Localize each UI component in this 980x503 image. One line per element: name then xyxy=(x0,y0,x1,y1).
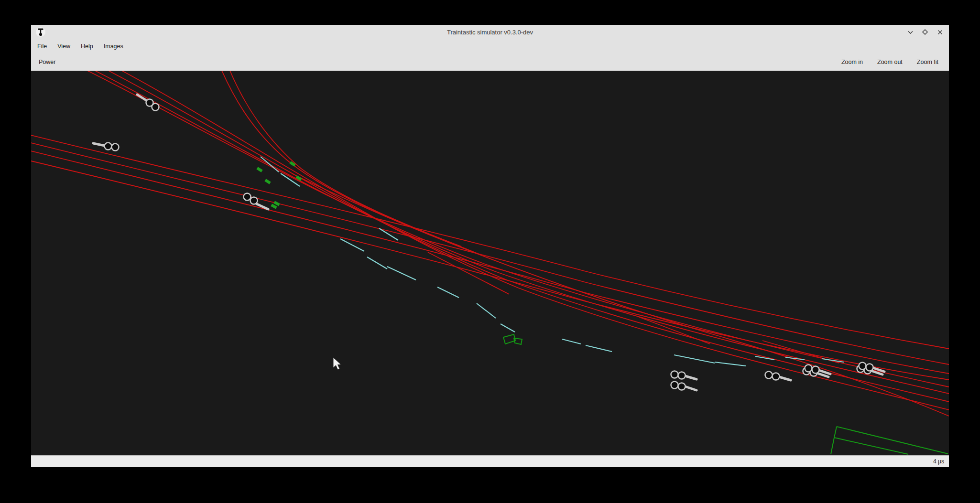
close-button[interactable] xyxy=(935,27,945,37)
signal-head xyxy=(866,364,873,371)
maximize-button[interactable] xyxy=(920,27,930,37)
zoom-in-button[interactable]: Zoom in xyxy=(839,56,865,68)
yard-outline xyxy=(503,334,522,344)
signal-head xyxy=(244,193,251,201)
power-button[interactable]: Power xyxy=(37,56,57,68)
signal-mast xyxy=(93,143,105,146)
signal-head xyxy=(671,371,678,378)
track-line xyxy=(222,71,461,246)
occupied-block-segment xyxy=(501,324,515,332)
minimize-button[interactable] xyxy=(905,27,915,37)
yard-outline xyxy=(831,427,948,454)
signal-head xyxy=(678,372,686,379)
signal-head xyxy=(765,372,773,379)
track-line xyxy=(31,135,949,349)
menu-view[interactable]: View xyxy=(52,41,76,52)
tool-bar: Power Zoom in Zoom out Zoom fit xyxy=(31,54,949,71)
mouse-cursor-icon xyxy=(333,357,341,370)
signal-head xyxy=(671,382,678,389)
signal-head xyxy=(859,363,866,370)
signal-head xyxy=(773,373,780,380)
occupied-block-segment xyxy=(340,239,364,251)
zoom-out-button[interactable]: Zoom out xyxy=(875,56,904,68)
signal-mast xyxy=(685,386,697,390)
signal-head xyxy=(678,383,686,390)
occupied-block-segment xyxy=(437,287,459,298)
signal-head xyxy=(112,144,119,151)
occupied-block-segment xyxy=(586,345,612,352)
diamond-icon xyxy=(922,29,928,35)
signal-head xyxy=(812,366,819,374)
signal-head xyxy=(105,143,112,150)
occupied-block-segment xyxy=(562,339,581,344)
track-line xyxy=(292,173,949,416)
window-title: Traintastic simulator v0.3.0-dev xyxy=(447,29,533,36)
traintastic-logo-icon xyxy=(35,26,46,38)
track-line xyxy=(31,161,949,380)
track-line xyxy=(31,151,949,374)
occupied-block-segment xyxy=(477,303,496,318)
track-line xyxy=(87,71,949,387)
signal-mast xyxy=(779,377,791,380)
simulation-time: 4 µs xyxy=(933,458,944,465)
track-line xyxy=(95,71,949,394)
menu-file[interactable]: File xyxy=(32,41,52,52)
occupied-block-segment xyxy=(367,257,387,269)
signal[interactable] xyxy=(93,143,119,151)
signal-head xyxy=(250,197,258,204)
signal[interactable] xyxy=(765,372,791,381)
occupied-block-segment xyxy=(387,267,416,280)
menu-bar: File View Help Images xyxy=(31,39,949,54)
menu-images[interactable]: Images xyxy=(98,41,129,52)
chevron-down-icon xyxy=(907,29,914,35)
track-line xyxy=(109,71,949,402)
app-window: Traintastic simulator v0.3.0-dev File Vi… xyxy=(31,25,949,467)
track-canvas[interactable] xyxy=(31,71,949,455)
close-icon xyxy=(937,29,943,35)
zoom-fit-button[interactable]: Zoom fit xyxy=(915,56,940,68)
title-bar[interactable]: Traintastic simulator v0.3.0-dev xyxy=(31,25,949,39)
status-bar: 4 µs xyxy=(31,455,949,467)
signal-head xyxy=(152,104,159,111)
occupied-block-segment xyxy=(715,362,746,366)
turnout-indicator[interactable] xyxy=(264,179,271,184)
track-svg xyxy=(31,71,949,455)
signal-mast xyxy=(685,376,697,379)
turnout-indicator[interactable] xyxy=(256,167,262,172)
track-line xyxy=(31,143,949,364)
menu-help[interactable]: Help xyxy=(76,41,98,52)
signal-head xyxy=(805,365,812,372)
occupied-block-segment xyxy=(674,355,715,363)
signal[interactable] xyxy=(671,382,697,391)
signal[interactable] xyxy=(671,371,697,380)
